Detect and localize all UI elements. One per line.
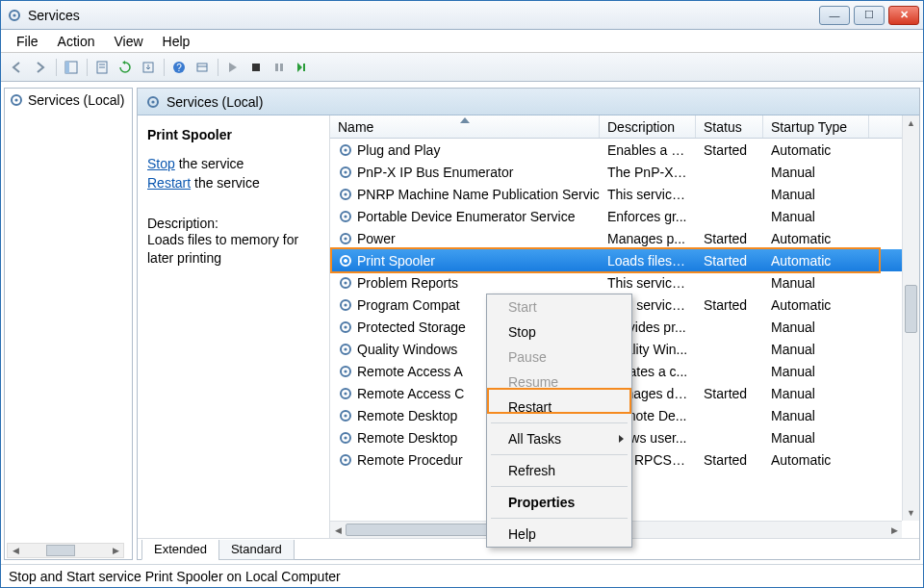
menu-file[interactable]: File: [9, 32, 46, 51]
service-row[interactable]: Plug and PlayEnables a c...StartedAutoma…: [330, 139, 919, 161]
stop-service-line: Stop the service: [147, 156, 320, 171]
main-header: Services (Local): [138, 89, 919, 115]
svg-point-29: [344, 237, 346, 240]
maximize-button[interactable]: ☐: [854, 6, 885, 25]
svg-point-47: [344, 436, 346, 439]
context-separator: [491, 486, 628, 487]
scroll-thumb[interactable]: [905, 285, 917, 333]
submenu-arrow-icon: [619, 435, 624, 443]
service-name: Remote Access C: [357, 386, 464, 401]
service-status: Started: [696, 297, 763, 313]
window-title: Services: [28, 8, 80, 23]
service-startup-type: Manual: [763, 430, 869, 446]
svg-point-49: [344, 458, 346, 461]
menu-action[interactable]: Action: [50, 32, 103, 51]
restart-link[interactable]: Restart: [147, 175, 191, 191]
services-icon: [9, 92, 24, 108]
service-icon: [338, 408, 353, 423]
app-icon: [7, 8, 22, 23]
service-name: Problem Reports: [357, 275, 458, 291]
svg-point-35: [344, 303, 346, 306]
service-icon: [338, 231, 353, 246]
service-row[interactable]: Portable Device Enumerator ServiceEnforc…: [330, 205, 919, 227]
start-service-button[interactable]: [222, 57, 244, 78]
help-button[interactable]: ?: [168, 57, 190, 78]
restart-service-button[interactable]: [292, 57, 313, 78]
refresh-button[interactable]: [115, 57, 136, 78]
scroll-right-arrow[interactable]: ▶: [886, 525, 902, 535]
toolbar-icon[interactable]: [192, 57, 213, 78]
service-icon: [338, 386, 353, 401]
nav-horizontal-scrollbar[interactable]: ◀ ▶: [7, 543, 124, 558]
svg-point-23: [344, 170, 346, 173]
menu-view[interactable]: View: [106, 32, 150, 51]
service-icon: [338, 320, 353, 335]
scroll-down-arrow[interactable]: ▼: [907, 505, 915, 521]
context-stop[interactable]: Stop: [487, 320, 631, 345]
context-separator: [491, 454, 628, 455]
service-icon: [338, 297, 353, 313]
column-description[interactable]: Description: [600, 115, 696, 138]
scroll-right-arrow[interactable]: ▶: [108, 546, 123, 555]
service-row[interactable]: Problem ReportsThis service ...Manual: [330, 271, 919, 294]
service-description: This service ...: [600, 187, 696, 202]
context-restart[interactable]: Restart: [487, 395, 631, 420]
minimize-button[interactable]: —: [819, 6, 850, 25]
context-refresh[interactable]: Refresh: [487, 458, 631, 483]
service-description: The PnP-X b...: [600, 165, 696, 180]
context-properties[interactable]: Properties: [487, 490, 631, 515]
context-pause: Pause: [487, 345, 631, 370]
service-status: Started: [696, 142, 763, 158]
service-row[interactable]: PowerManages p...StartedAutomatic: [330, 227, 919, 249]
tab-standard[interactable]: Standard: [218, 540, 295, 560]
service-row[interactable]: PnP-X IP Bus EnumeratorThe PnP-X b...Man…: [330, 161, 919, 183]
forward-button[interactable]: [30, 57, 51, 78]
column-startup-type[interactable]: Startup Type: [763, 115, 869, 138]
context-help[interactable]: Help: [487, 522, 631, 547]
scroll-track[interactable]: [903, 131, 919, 505]
svg-point-31: [344, 259, 346, 262]
export-list-button[interactable]: [138, 57, 159, 78]
service-startup-type: Manual: [763, 187, 869, 202]
service-name: Program Compat: [357, 297, 460, 313]
svg-rect-15: [303, 64, 305, 71]
service-icon: [338, 430, 353, 446]
column-status[interactable]: Status: [696, 115, 763, 138]
back-button[interactable]: [7, 57, 28, 78]
scroll-up-arrow[interactable]: ▲: [907, 115, 915, 131]
body-area: Services (Local) Services (Local) Print …: [2, 84, 922, 562]
service-name: Portable Device Enumerator Service: [357, 209, 575, 224]
pause-service-button[interactable]: [269, 57, 290, 78]
service-row[interactable]: PNRP Machine Name Publication ServiceThi…: [330, 183, 919, 205]
scroll-thumb[interactable]: [46, 545, 75, 556]
close-button[interactable]: ✕: [888, 6, 919, 25]
show-hide-tree-button[interactable]: [61, 57, 82, 78]
description-text: Loads files to memory for later printing: [147, 231, 320, 268]
properties-button[interactable]: [91, 57, 113, 78]
column-name[interactable]: Name: [330, 115, 600, 138]
nav-root-label: Services (Local): [28, 92, 124, 108]
tab-extended[interactable]: Extended: [141, 540, 219, 560]
service-startup-type: Manual: [763, 342, 869, 357]
service-name: Plug and Play: [357, 142, 440, 158]
scroll-left-arrow[interactable]: ◀: [8, 546, 23, 555]
stop-link[interactable]: Stop: [147, 156, 175, 171]
svg-rect-13: [275, 64, 278, 71]
svg-point-27: [344, 215, 346, 217]
context-all-tasks[interactable]: All Tasks: [487, 426, 631, 451]
restart-rest-text: the service: [191, 175, 260, 191]
title-bar: Services — ☐ ✕: [1, 1, 923, 30]
service-icon: [338, 253, 353, 268]
service-icon: [338, 452, 353, 468]
service-row[interactable]: Print SpoolerLoads files t...StartedAuto…: [330, 249, 919, 271]
stop-rest-text: the service: [175, 156, 244, 171]
stop-service-button[interactable]: [245, 57, 267, 78]
nav-tree-root[interactable]: Services (Local): [5, 89, 132, 112]
svg-rect-12: [252, 64, 260, 71]
service-name: Remote Desktop: [357, 408, 457, 423]
service-icon: [338, 342, 353, 357]
menu-help[interactable]: Help: [155, 32, 198, 51]
scroll-left-arrow[interactable]: ◀: [330, 525, 346, 535]
vertical-scrollbar[interactable]: ▲ ▼: [902, 115, 919, 521]
status-bar: Stop and Start service Print Spooler on …: [1, 564, 923, 587]
